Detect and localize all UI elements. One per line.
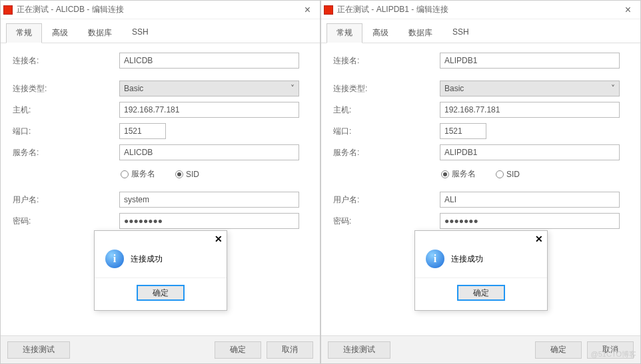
- close-icon[interactable]: ×: [301, 4, 315, 16]
- tab-general[interactable]: 常规: [6, 23, 42, 43]
- tab-ssh[interactable]: SSH: [442, 23, 479, 43]
- port-input[interactable]: [440, 123, 486, 139]
- username-input[interactable]: [440, 192, 620, 208]
- info-icon: i: [105, 250, 124, 268]
- tab-database[interactable]: 数据库: [398, 23, 442, 43]
- cancel-button[interactable]: 取消: [587, 341, 634, 359]
- chevron-down-icon: ˅: [611, 84, 615, 93]
- message-text: 连接成功: [451, 254, 483, 265]
- conn-type-value: Basic: [124, 84, 143, 93]
- chevron-down-icon: ˅: [291, 84, 295, 93]
- tab-database[interactable]: 数据库: [78, 23, 122, 43]
- msgbox-ok-button[interactable]: 确定: [137, 285, 185, 301]
- tab-advanced[interactable]: 高级: [362, 23, 398, 43]
- tabs: 常规 高级 数据库 SSH: [321, 19, 640, 43]
- conn-type-dropdown[interactable]: Basic˅: [119, 81, 299, 96]
- titlebar: 正在测试 - ALIPDB1 - 编辑连接 ×: [321, 1, 640, 19]
- cancel-button[interactable]: 取消: [267, 341, 313, 359]
- radio-icon: [496, 170, 504, 178]
- label-conn-name: 连接名:: [333, 55, 440, 67]
- tab-advanced[interactable]: 高级: [42, 23, 78, 43]
- test-connection-button[interactable]: 连接测试: [7, 341, 70, 359]
- radio-sid[interactable]: SID: [175, 168, 199, 180]
- window-title: 正在测试 - ALICDB - 编辑连接: [17, 4, 301, 15]
- label-host: 主机:: [13, 104, 119, 116]
- radio-service-name[interactable]: 服务名: [441, 168, 476, 180]
- app-icon: [3, 5, 13, 15]
- password-input[interactable]: [440, 213, 620, 229]
- radio-service-name[interactable]: 服务名: [121, 168, 155, 180]
- ok-button[interactable]: 确定: [215, 341, 261, 359]
- service-name-input[interactable]: [119, 144, 299, 160]
- label-conn-type: 连接类型:: [333, 83, 440, 94]
- label-service-name: 服务名:: [13, 147, 119, 158]
- conn-type-dropdown[interactable]: Basic˅: [440, 81, 620, 96]
- info-icon: i: [426, 250, 444, 268]
- close-icon[interactable]: ✕: [535, 234, 543, 244]
- radio-icon: [121, 170, 129, 178]
- message-text: 连接成功: [131, 254, 163, 265]
- app-icon: [324, 5, 333, 15]
- close-icon[interactable]: ×: [621, 4, 635, 16]
- conn-name-input[interactable]: [440, 53, 620, 69]
- label-conn-type: 连接类型:: [13, 83, 119, 94]
- window-title: 正在测试 - ALIPDB1 - 编辑连接: [337, 4, 621, 15]
- label-conn-name: 连接名:: [13, 55, 119, 67]
- label-username: 用户名:: [13, 194, 119, 206]
- connection-dialog-right: 正在测试 - ALIPDB1 - 编辑连接 × 常规 高级 数据库 SSH 连接…: [320, 0, 641, 364]
- label-password: 密码:: [333, 216, 440, 227]
- label-port: 端口:: [13, 126, 119, 137]
- label-username: 用户名:: [333, 194, 440, 206]
- username-input[interactable]: [119, 192, 299, 208]
- label-port: 端口:: [333, 126, 440, 137]
- connection-dialog-left: 正在测试 - ALICDB - 编辑连接 × 常规 高级 数据库 SSH 连接名…: [0, 0, 320, 364]
- tab-ssh[interactable]: SSH: [122, 23, 159, 43]
- form: 连接名: 连接类型: Basic˅ 主机: 端口: 服务名: 服务名 SID: [1, 43, 320, 248]
- msgbox-ok-button[interactable]: 确定: [457, 285, 505, 301]
- label-password: 密码:: [13, 216, 119, 227]
- tabs: 常规 高级 数据库 SSH: [1, 19, 320, 43]
- port-input[interactable]: [119, 123, 166, 139]
- host-input[interactable]: [119, 102, 299, 118]
- form: 连接名: 连接类型: Basic˅ 主机: 端口: 服务名: 服务名 SID: [321, 43, 640, 248]
- close-icon[interactable]: ✕: [215, 234, 223, 244]
- conn-name-input[interactable]: [119, 53, 299, 69]
- host-input[interactable]: [440, 102, 620, 118]
- tab-general[interactable]: 常规: [326, 23, 362, 43]
- test-connection-button[interactable]: 连接测试: [328, 341, 390, 359]
- radio-icon: [441, 170, 449, 178]
- password-input[interactable]: [119, 213, 299, 229]
- radio-icon: [175, 170, 183, 178]
- radio-sid[interactable]: SID: [496, 168, 520, 180]
- service-name-input[interactable]: [440, 144, 620, 160]
- label-service-name: 服务名:: [333, 147, 440, 158]
- message-box: ✕ i 连接成功 确定: [414, 230, 548, 311]
- conn-type-value: Basic: [444, 84, 464, 93]
- ok-button[interactable]: 确定: [535, 341, 582, 359]
- message-box: ✕ i 连接成功 确定: [94, 230, 227, 311]
- titlebar: 正在测试 - ALICDB - 编辑连接 ×: [1, 1, 320, 19]
- bottom-bar: 连接测试 确定 取消: [321, 335, 640, 363]
- bottom-bar: 连接测试 确定 取消: [1, 335, 320, 363]
- label-host: 主机:: [333, 104, 440, 116]
